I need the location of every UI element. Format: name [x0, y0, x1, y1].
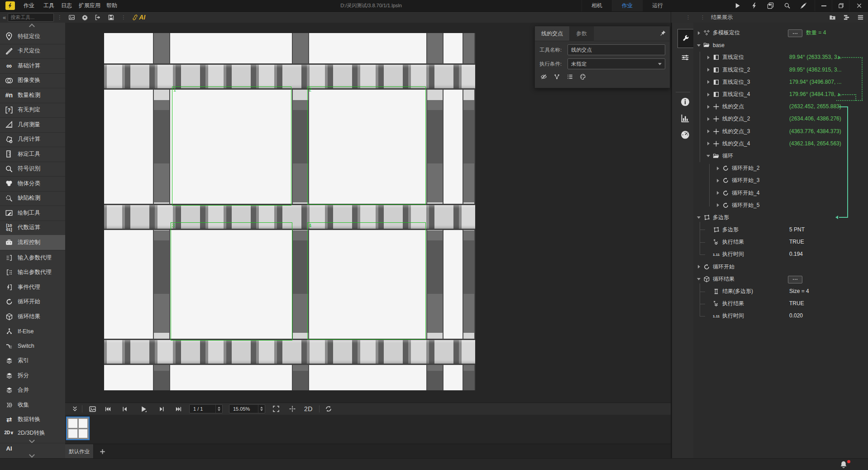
collapse-icon[interactable]	[697, 43, 701, 48]
drag-handle-icon[interactable]: ⋮	[700, 14, 705, 20]
sidebar-item-data-convert[interactable]: ⇄数据转换	[0, 412, 65, 427]
expand-icon[interactable]	[706, 92, 711, 97]
sidebar-item-caliper-locate[interactable]: 卡尺定位	[0, 44, 65, 59]
menu-tools[interactable]: 工具	[39, 0, 59, 11]
sidebar-item-if-else[interactable]: If-Else	[0, 324, 65, 339]
sidebar-item-defect-detect[interactable]: 缺陷检测	[0, 191, 65, 206]
tree-row-line-locate[interactable]: 直线定位_3179.94° (3496.807, ...	[693, 76, 868, 88]
tree-row-intersection[interactable]: 线的交点_2(2634.406, 4386.276)	[693, 113, 868, 125]
tree-row-result-polygon[interactable]: 结果(多边形)Size = 4	[693, 285, 868, 297]
save-all-icon[interactable]	[764, 2, 776, 10]
tool-name-input[interactable]: 线的交点	[568, 44, 665, 55]
tree-row-intersection[interactable]: 线的交点(2632.452, 2655.883)	[693, 101, 868, 113]
expand-icon[interactable]	[706, 67, 711, 72]
sidebar-item-geometry-calc[interactable]: 几何计算	[0, 132, 65, 148]
previous-frame-button[interactable]	[121, 406, 128, 412]
inspection-image[interactable]: 1 2 3 4	[104, 33, 475, 390]
tree-row-loop-start[interactable]: 循环开始_3	[693, 174, 868, 187]
expand-icon[interactable]	[716, 191, 720, 195]
pin-icon[interactable]	[659, 30, 666, 37]
palette-icon[interactable]	[580, 73, 587, 80]
save-icon[interactable]	[108, 14, 114, 21]
sidebar-item-basic-calc[interactable]: ∞基础计算	[0, 58, 65, 74]
tree-row-intersection[interactable]: 线的交点_3(4363.776, 4384.373)	[693, 125, 868, 138]
collapse-sidebar-icon[interactable]: «	[3, 14, 6, 21]
tab-default-job[interactable]: 默认作业	[65, 444, 94, 459]
tab-params[interactable]: 参数	[570, 26, 594, 41]
sidebar-item-loop-result[interactable]: 循环结果	[0, 309, 65, 324]
quick-run-icon[interactable]	[748, 2, 760, 10]
expand-icon[interactable]	[706, 80, 711, 84]
tree-row-polygon[interactable]: 多边形	[693, 211, 868, 224]
fit-view-icon[interactable]	[272, 405, 280, 412]
menu-extensions[interactable]: 扩展应用	[74, 0, 105, 11]
sidebar-item-event-proxy[interactable]: 事件代理	[0, 280, 65, 295]
collapse-icon[interactable]	[697, 215, 701, 220]
2d-view-toggle[interactable]: 2D	[304, 405, 313, 412]
spinner-carets[interactable]	[215, 405, 222, 413]
expand-icon[interactable]	[716, 178, 720, 183]
sidebar-item-algebra[interactable]: [1001]代数运算	[0, 221, 65, 236]
sidebar-item-collect[interactable]: 收集	[0, 398, 65, 412]
sidebar-item-ai-partial[interactable]: AI	[0, 444, 65, 452]
next-frame-button[interactable]	[158, 406, 165, 412]
menu-log[interactable]: 日志	[57, 0, 76, 11]
histogram-icon[interactable]	[678, 111, 692, 125]
collapse-icon[interactable]	[697, 277, 701, 281]
menu-help[interactable]: 帮助	[102, 0, 122, 11]
exec-condition-select[interactable]: 未指定	[568, 58, 665, 69]
roi-region-1[interactable]: 1	[172, 86, 291, 206]
notification-bell-icon[interactable]	[839, 460, 849, 470]
expand-icon[interactable]	[706, 141, 711, 146]
mode-tab-camera[interactable]: 相机	[582, 0, 612, 11]
link-nodes-icon[interactable]	[553, 73, 560, 80]
center-view-icon[interactable]	[289, 405, 296, 412]
list-icon[interactable]	[567, 73, 573, 80]
sidebar-item-feature-locate[interactable]: 特征定位	[0, 29, 65, 44]
sidebar-item-calibration[interactable]: 标定工具	[0, 147, 65, 162]
tree-row-loop-result[interactable]: 循环结果	[693, 273, 868, 285]
ai-assistant-button[interactable]: AI	[132, 14, 145, 21]
sidebar-item-flow-control[interactable]: 流程控制	[0, 235, 65, 250]
tab-intersection[interactable]: 线的交点	[535, 26, 570, 41]
sidebar-item-2d3d-convert[interactable]: 2D∨2D/3D转换	[0, 427, 65, 439]
tree-row-exec-time[interactable]: 1.11执行时间0.020	[693, 310, 868, 322]
sidebar-item-merge[interactable]: 合并	[0, 383, 65, 398]
sidebar-item-image-transform[interactable]: 图像变换	[0, 73, 65, 89]
sidebar-item-draw-tools[interactable]: 绘制工具	[0, 206, 65, 221]
sidebar-item-geometry-measure[interactable]: 几何测量	[0, 117, 65, 133]
tree-row-loop-start[interactable]: 循环开始_2	[693, 162, 868, 174]
add-group-icon[interactable]	[829, 14, 836, 21]
menu-job[interactable]: 作业	[19, 0, 39, 11]
last-frame-button[interactable]	[175, 406, 182, 412]
add-job-button[interactable]	[99, 444, 106, 459]
search-icon[interactable]	[781, 2, 793, 10]
sidebar-item-split[interactable]: 拆分	[0, 368, 65, 383]
tree-row-loop-group[interactable]: 循环	[693, 150, 868, 162]
tree-row-line-locate[interactable]: 直线定位89.94° (2633.353, 3...	[693, 51, 868, 63]
close-button[interactable]	[849, 0, 868, 11]
export-icon[interactable]	[95, 14, 101, 21]
gauge-icon[interactable]	[678, 128, 692, 141]
scroll-up-icon[interactable]	[29, 24, 36, 28]
expand-icon[interactable]	[706, 55, 711, 60]
search-input[interactable]	[8, 13, 54, 22]
image-list-icon[interactable]	[89, 405, 96, 413]
expand-icon[interactable]	[706, 129, 711, 134]
first-frame-button[interactable]	[105, 406, 111, 412]
tree-row-polygon-result[interactable]: 多边形5 PNT	[693, 224, 868, 236]
more-button[interactable]	[788, 276, 802, 283]
sidebar-item-loop-start[interactable]: 循环开始	[0, 295, 65, 310]
sliders-icon[interactable]	[678, 51, 692, 64]
expand-icon[interactable]	[716, 166, 720, 171]
expand-icon[interactable]	[697, 31, 701, 35]
panel-menu-icon[interactable]	[857, 14, 864, 21]
frame-thumbnail[interactable]	[66, 417, 90, 440]
minimize-button[interactable]	[815, 0, 832, 11]
sidebar-item-switch[interactable]: Switch	[0, 339, 65, 354]
mode-tab-run[interactable]: 运行	[642, 0, 672, 11]
sidebar-item-presence-check[interactable]: 有无判定	[0, 103, 65, 118]
mode-tab-job[interactable]: 作业	[612, 0, 643, 11]
scroll-down-icon[interactable]	[29, 452, 36, 456]
sidebar-item-output-param-proxy[interactable]: 输出参数代理	[0, 265, 65, 280]
